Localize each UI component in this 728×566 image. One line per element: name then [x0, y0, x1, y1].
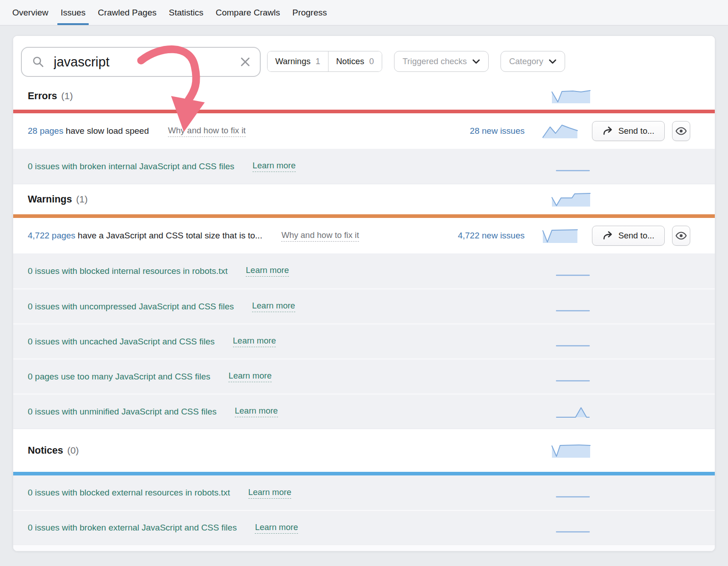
view-issue-button[interactable]: [672, 226, 690, 246]
warnings-filter-label: Warnings: [275, 56, 310, 66]
issues-toolbar: Warnings 1 Notices 0 Triggered checks Ca…: [13, 36, 715, 82]
new-issues-link[interactable]: 4,722 new issues: [458, 231, 525, 241]
issue-trend-sparkline: [542, 227, 578, 244]
issue-description: have a JavaScript and CSS total size tha…: [76, 231, 263, 240]
zero-issue-text: 0 issues with broken internal JavaScript…: [28, 162, 234, 172]
issue-text: 28 pages have slow load speed: [28, 126, 149, 136]
flat-trend-sparkline: [555, 159, 591, 174]
search-icon: [32, 56, 45, 68]
warnings-count: (1): [76, 194, 88, 205]
zero-issue-row-uncompressed: 0 issues with uncompressed JavaScript an…: [13, 288, 715, 323]
chevron-down-icon: [549, 59, 556, 64]
zero-issue-row-too-many-files: 0 pages use too many JavaScript and CSS …: [13, 359, 715, 394]
forward-arrow-icon: [602, 126, 613, 136]
flat-trend-sparkline: [555, 334, 591, 349]
notices-section-header: Notices (0): [13, 429, 715, 472]
category-label: Category: [509, 56, 543, 66]
zero-issue-row-blocked-external: 0 issues with blocked external resources…: [13, 475, 715, 510]
flat-trend-sparkline: [555, 264, 591, 278]
zero-issue-row-broken-external: 0 issues with broken external JavaScript…: [13, 510, 715, 545]
issue-trend-sparkline: [542, 123, 578, 139]
learn-more-link[interactable]: Learn more: [255, 522, 298, 534]
pages-count-link[interactable]: 28 pages: [28, 126, 63, 136]
tab-overview[interactable]: Overview: [12, 0, 48, 25]
notices-title: Notices: [28, 445, 63, 456]
notices-filter-label: Notices: [336, 56, 364, 66]
notices-filter-count: 0: [369, 56, 374, 66]
learn-more-link[interactable]: Learn more: [248, 487, 292, 499]
send-to-button[interactable]: Send to...: [592, 226, 665, 246]
eye-icon: [675, 231, 687, 240]
eye-icon: [675, 126, 687, 136]
learn-more-link[interactable]: Learn more: [253, 161, 296, 172]
send-to-label: Send to...: [618, 126, 654, 136]
issue-text: 4,722 pages have a JavaScript and CSS to…: [28, 231, 262, 241]
notices-count: (0): [67, 445, 79, 456]
zero-issue-text: 0 issues with unminified JavaScript and …: [28, 407, 217, 417]
zero-issue-text: 0 issues with uncached JavaScript and CS…: [28, 337, 215, 347]
forward-arrow-icon: [602, 231, 613, 240]
warnings-severity-bar: [13, 214, 715, 218]
flat-trend-sparkline: [555, 369, 591, 384]
triggered-checks-dropdown[interactable]: Triggered checks: [394, 51, 489, 72]
learn-more-link[interactable]: Learn more: [233, 336, 276, 347]
issues-panel: Warnings 1 Notices 0 Triggered checks Ca…: [13, 35, 715, 551]
flat-trend-sparkline: [555, 521, 591, 535]
why-and-how-to-fix-link[interactable]: Why and how to fix it: [281, 230, 359, 242]
issue-row-slow-load-speed: 28 pages have slow load speed Why and ho…: [13, 113, 715, 149]
errors-section-header: Errors (1): [13, 82, 715, 110]
warnings-filter-button[interactable]: Warnings 1: [268, 51, 328, 71]
audit-tab-bar: Overview Issues Crawled Pages Statistics…: [0, 0, 728, 25]
errors-severity-bar: [13, 110, 715, 113]
new-issues-link[interactable]: 28 new issues: [470, 126, 525, 136]
warnings-trend-sparkline: [551, 192, 591, 207]
zero-issue-text: 0 issues with uncompressed JavaScript an…: [28, 302, 234, 312]
warnings-section-header: Warnings (1): [13, 184, 715, 214]
notices-trend-sparkline: [551, 443, 591, 458]
learn-more-link[interactable]: Learn more: [246, 265, 289, 277]
close-icon: [240, 56, 251, 67]
view-issue-button[interactable]: [672, 121, 690, 141]
zero-issue-row-blocked-internal: 0 issues with blocked internal resources…: [13, 253, 715, 288]
warnings-title: Warnings: [28, 194, 72, 205]
issue-search-box[interactable]: [21, 47, 261, 77]
zero-issue-text: 0 pages use too many JavaScript and CSS …: [28, 372, 210, 382]
clear-search-button[interactable]: [240, 56, 251, 67]
learn-more-link[interactable]: Learn more: [228, 371, 272, 382]
send-to-label: Send to...: [618, 231, 654, 241]
category-dropdown[interactable]: Category: [500, 51, 565, 72]
zero-issue-row-uncached: 0 issues with uncached JavaScript and CS…: [13, 323, 715, 359]
peak-trend-sparkline: [555, 404, 591, 419]
severity-filter-group: Warnings 1 Notices 0: [267, 51, 382, 72]
learn-more-link[interactable]: Learn more: [252, 301, 295, 312]
why-and-how-to-fix-link[interactable]: Why and how to fix it: [168, 126, 246, 137]
triggered-checks-label: Triggered checks: [403, 56, 467, 66]
errors-count: (1): [61, 91, 73, 101]
issue-row-js-css-total-size: 4,722 pages have a JavaScript and CSS to…: [13, 218, 715, 253]
learn-more-link[interactable]: Learn more: [235, 406, 278, 417]
errors-title: Errors: [28, 91, 57, 102]
tab-issues[interactable]: Issues: [61, 0, 86, 25]
zero-issue-row-broken-internal: 0 issues with broken internal JavaScript…: [13, 149, 715, 184]
search-input[interactable]: [54, 55, 240, 70]
card-footer: [13, 545, 715, 551]
tab-progress[interactable]: Progress: [292, 0, 327, 25]
zero-issue-text: 0 issues with blocked external resources…: [28, 488, 230, 498]
tab-statistics[interactable]: Statistics: [169, 0, 203, 25]
tab-compare-crawls[interactable]: Compare Crawls: [216, 0, 280, 25]
issue-description: have slow load speed: [63, 126, 149, 136]
chevron-down-icon: [472, 59, 480, 64]
zero-issue-row-unminified: 0 issues with unminified JavaScript and …: [13, 394, 715, 429]
tab-crawled-pages[interactable]: Crawled Pages: [98, 0, 157, 25]
notices-severity-bar: [13, 472, 715, 475]
flat-trend-sparkline: [555, 299, 591, 314]
pages-count-link[interactable]: 4,722 pages: [28, 231, 76, 240]
errors-trend-sparkline: [551, 89, 591, 103]
warnings-filter-count: 1: [315, 56, 320, 66]
notices-filter-button[interactable]: Notices 0: [328, 51, 382, 71]
zero-issue-text: 0 issues with broken external JavaScript…: [28, 523, 237, 533]
flat-trend-sparkline: [555, 485, 591, 500]
send-to-button[interactable]: Send to...: [592, 121, 665, 141]
zero-issue-text: 0 issues with blocked internal resources…: [28, 266, 228, 276]
